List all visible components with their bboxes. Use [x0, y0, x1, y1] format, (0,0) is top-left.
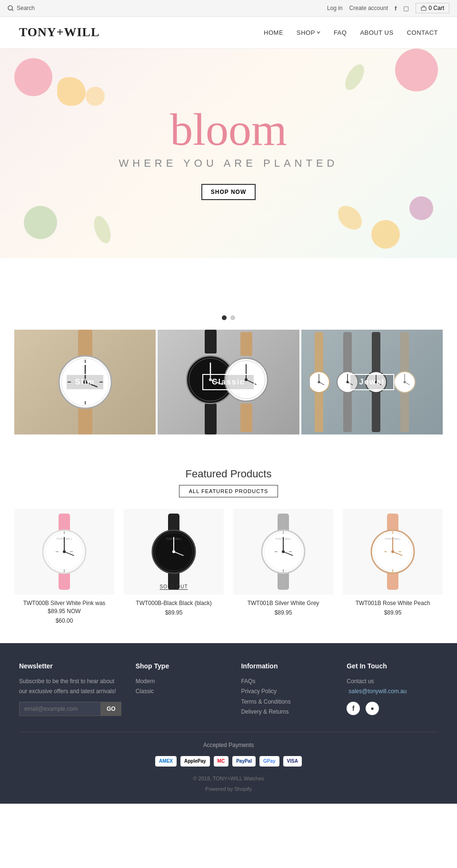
product-card-3[interactable]: TONY+WILL TWT001B Silver White Grey $89.… [233, 509, 333, 624]
top-bar: Search Log in Create account f ▢ 0 Cart [0, 0, 457, 17]
category-classic[interactable]: Classic [158, 330, 299, 434]
product-watch-svg-1: TONY+WILL [38, 514, 90, 590]
footer-shop-type: Shop Type Modern Classic [136, 662, 227, 717]
svg-rect-14 [205, 330, 217, 353]
product-image-4: TONY+WILL [343, 509, 443, 595]
product-name-2: TWT000B-Black Black (black) [124, 599, 224, 607]
product-image-1: TONY+WILL [14, 509, 114, 595]
footer-bottom: Accepted Payments AMEX ApplePay MC PayPa… [19, 732, 438, 794]
slim-label: Slim [66, 374, 105, 390]
nav-about[interactable]: ABOUT US [360, 29, 393, 36]
info-privacy[interactable]: Privacy Policy [241, 686, 332, 697]
product-image-2: TONY+WILL SOLD OUT [124, 509, 224, 595]
logo[interactable]: TONY+WILL [19, 25, 99, 40]
contact-email-link[interactable]: sales@tonywill.com.au [348, 686, 438, 697]
svg-point-39 [347, 381, 349, 384]
search-trigger[interactable]: Search [8, 5, 35, 11]
category-slim[interactable]: Slim [14, 330, 156, 434]
payment-paypal: PayPal [232, 756, 256, 767]
info-faqs[interactable]: FAQs [241, 676, 332, 687]
jewel-label: Jewel [350, 374, 395, 390]
footer-newsletter: Newsletter Subscribe to be the first to … [19, 662, 121, 717]
shop-now-button[interactable]: SHOP NOW [201, 184, 256, 200]
product-card-1[interactable]: TONY+WILL TWT000B Silver White Pink was … [14, 509, 114, 624]
contact-text: Contact us sales@tonywill.com.au [347, 676, 438, 697]
svg-rect-2 [421, 7, 426, 10]
nav-faq[interactable]: FAQ [334, 29, 347, 36]
shop-type-classic[interactable]: Classic [136, 686, 227, 697]
main-nav: HOME SHOP FAQ ABOUT US CONTACT [264, 28, 438, 37]
search-label: Search [17, 5, 35, 11]
decorative-flower-5 [371, 220, 400, 249]
svg-point-87 [391, 550, 394, 553]
hero-tagline: WHERE YOU ARE PLANTED [119, 157, 338, 170]
slider-dot-1[interactable] [222, 315, 227, 320]
create-account-link[interactable]: Create account [349, 5, 388, 11]
hero-banner: bloom WHERE YOU ARE PLANTED SHOP NOW [0, 49, 457, 258]
instagram-icon[interactable]: ▢ [403, 5, 409, 12]
payment-mastercard: MC [214, 756, 229, 767]
product-watch-svg-2: TONY+WILL [148, 514, 200, 590]
sold-out-badge: SOLD OUT [159, 584, 188, 590]
decorative-flower-4 [24, 206, 57, 239]
category-jewel[interactable]: Jewel [301, 330, 443, 434]
category-grid: Slim Classic [0, 330, 457, 454]
login-link[interactable]: Log in [327, 5, 343, 11]
accepted-payments: Accepted Payments AMEX ApplePay MC PayPa… [19, 742, 438, 767]
top-bar-right: Log in Create account f ▢ 0 Cart [327, 3, 449, 13]
products-grid: TONY+WILL TWT000B Silver White Pink was … [0, 509, 457, 643]
payment-gpay: GPay [259, 756, 279, 767]
cart-label: 0 Cart [428, 5, 444, 11]
svg-point-75 [282, 550, 285, 553]
hero-bloom-text: bloom [119, 107, 338, 152]
product-name-1: TWT000B Silver White Pink was $89.95 NOW [14, 599, 114, 616]
facebook-icon[interactable]: f [395, 5, 397, 12]
social-icons: f ● [347, 702, 438, 715]
svg-point-35 [318, 381, 320, 384]
newsletter-submit-button[interactable]: GO [101, 702, 121, 716]
product-name-3: TWT001B Silver White Grey [233, 599, 333, 607]
svg-rect-22 [240, 404, 252, 432]
svg-point-47 [404, 381, 406, 384]
footer-contact: Get In Touch Contact us sales@tonywill.c… [347, 662, 438, 717]
svg-point-67 [172, 550, 175, 553]
facebook-social-icon[interactable]: f [347, 702, 360, 715]
shop-type-modern[interactable]: Modern [136, 676, 227, 687]
slide-spacer [0, 258, 457, 306]
nav-home[interactable]: HOME [264, 29, 283, 36]
svg-point-0 [8, 6, 12, 10]
product-card-4[interactable]: TONY+WILL TWT001B Rose White Peach $89.9… [343, 509, 443, 624]
product-image-3: TONY+WILL [233, 509, 333, 595]
newsletter-title: Newsletter [19, 662, 121, 670]
newsletter-email-input[interactable] [19, 702, 101, 716]
decorative-flower-6 [409, 196, 433, 220]
contact-prefix: Contact us [347, 678, 374, 685]
nav-shop[interactable]: SHOP [297, 29, 320, 36]
product-price-4: $89.95 [343, 609, 443, 616]
footer-copyright: © 2018, TONY+WILL Watches Powered by Sho… [19, 773, 438, 794]
payment-visa: VISA [283, 756, 302, 767]
info-terms[interactable]: Terms & Conditions [241, 697, 332, 707]
search-icon [8, 5, 14, 11]
featured-products-section: Featured Products ALL FEATURED PRODUCTS … [0, 454, 457, 643]
nav-contact[interactable]: CONTACT [407, 29, 438, 36]
svg-rect-15 [205, 404, 217, 434]
svg-rect-21 [240, 332, 252, 356]
decorative-flower-3 [395, 49, 438, 91]
all-products-button[interactable]: ALL FEATURED PRODUCTS [179, 485, 278, 497]
featured-title: Featured Products [0, 454, 457, 485]
svg-point-55 [63, 550, 66, 553]
product-watch-svg-4: TONY+WILL [367, 514, 419, 590]
info-delivery[interactable]: Delivery & Returns [241, 707, 332, 717]
slider-dot-2[interactable] [230, 315, 235, 320]
product-card-2[interactable]: TONY+WILL SOLD OUT TWT000B-Black Black (… [124, 509, 224, 624]
instagram-social-icon[interactable]: ● [366, 702, 379, 715]
svg-rect-3 [78, 330, 92, 358]
slider-dots [0, 306, 457, 330]
product-price-3: $89.95 [233, 609, 333, 616]
svg-line-1 [12, 10, 13, 11]
newsletter-desc: Subscribe to be the first to hear about … [19, 676, 121, 697]
cart-icon [421, 5, 427, 11]
deco-stem-2 [91, 214, 114, 246]
cart-button[interactable]: 0 Cart [416, 3, 449, 13]
